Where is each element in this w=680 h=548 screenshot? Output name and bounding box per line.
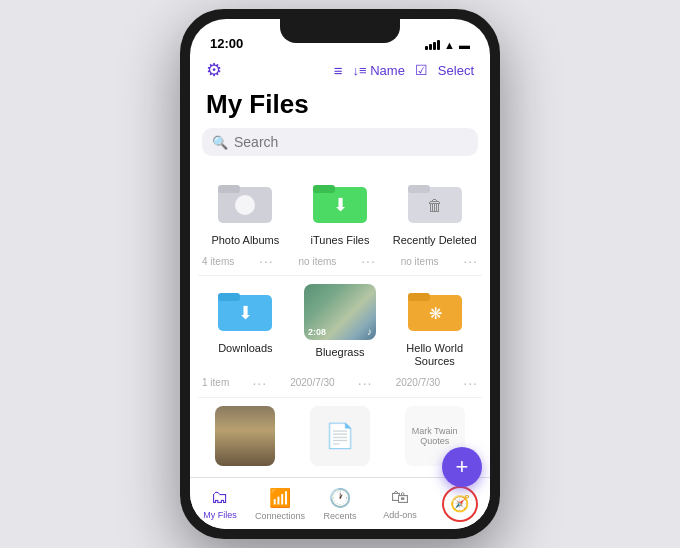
search-bar[interactable]: 🔍 bbox=[202, 128, 478, 156]
tab-my-files[interactable]: 🗂 My Files bbox=[190, 483, 250, 524]
svg-rect-5 bbox=[313, 185, 335, 193]
list-item[interactable]: 🗑 Recently Deleted bbox=[387, 168, 482, 253]
my-files-icon: 🗂 bbox=[211, 487, 229, 508]
settings-icon[interactable]: ⚙ bbox=[206, 59, 222, 81]
folder-icon-hello-world: ❋ bbox=[405, 284, 465, 336]
video-thumbnail: 2:08 ♪ bbox=[304, 284, 376, 340]
file-meta-row-1: 4 items ··· no items ··· no items ··· bbox=[198, 253, 482, 276]
file-meta-2: no items bbox=[401, 256, 439, 267]
file-name: Bluegrass bbox=[316, 346, 365, 359]
tab-addons[interactable]: 🛍 Add-ons bbox=[370, 483, 430, 524]
file-meta-4: 2020/7/30 bbox=[290, 377, 335, 388]
grid-row-3: 📄 Mark Twain Quotes bbox=[198, 398, 482, 476]
tab-compass[interactable]: 🧭 bbox=[430, 482, 490, 526]
wifi-icon: ▲ bbox=[444, 39, 455, 51]
status-time: 12:00 bbox=[210, 36, 243, 51]
video-duration: 2:08 bbox=[308, 327, 326, 337]
toolbar-right: ≡ ↓≡ Name ☑ Select bbox=[334, 62, 474, 79]
folder-icon-recently-deleted: 🗑 bbox=[405, 176, 465, 228]
select-checkbox-icon: ☑ bbox=[415, 62, 428, 78]
svg-rect-11 bbox=[218, 293, 240, 301]
tab-bar: 🗂 My Files 📶 Connections 🕐 Recents 🛍 Add… bbox=[190, 477, 490, 529]
file-meta-row-2: 1 item ··· 2020/7/30 ··· 2020/7/30 ··· bbox=[198, 375, 482, 398]
file-name: Hello World Sources bbox=[391, 342, 478, 368]
list-item[interactable]: ⬇ iTunes Files bbox=[293, 168, 388, 253]
file-name: iTunes Files bbox=[311, 234, 370, 247]
more-dots-2[interactable]: ··· bbox=[463, 253, 478, 269]
music-note-icon: ♪ bbox=[367, 326, 372, 337]
fab-add-button[interactable]: + bbox=[442, 447, 482, 487]
list-item[interactable]: 2:08 ♪ Bluegrass bbox=[293, 276, 388, 374]
list-item[interactable]: 📄 bbox=[293, 398, 388, 476]
list-icon[interactable]: ≡ bbox=[334, 62, 343, 79]
file-meta-3: 1 item bbox=[202, 377, 229, 388]
tab-label-recents: Recents bbox=[323, 511, 356, 521]
tab-label-addons: Add-ons bbox=[383, 510, 417, 520]
more-dots-3[interactable]: ··· bbox=[252, 375, 267, 391]
signal-icon bbox=[425, 40, 440, 50]
list-item[interactable]: 🌸 Photo Albums bbox=[198, 168, 293, 253]
file-meta-1: no items bbox=[299, 256, 337, 267]
compass-icon: 🧭 bbox=[450, 494, 470, 513]
more-dots-0[interactable]: ··· bbox=[259, 253, 274, 269]
notch bbox=[280, 19, 400, 43]
svg-text:🗑: 🗑 bbox=[427, 197, 443, 214]
svg-text:❋: ❋ bbox=[428, 305, 441, 322]
image-thumbnail bbox=[215, 406, 275, 466]
svg-text:⬇: ⬇ bbox=[333, 195, 348, 215]
file-name: Recently Deleted bbox=[393, 234, 477, 247]
tab-recents[interactable]: 🕐 Recents bbox=[310, 483, 370, 525]
grid-row-2: ⬇ Downloads 2:08 ♪ Bluegrass bbox=[198, 276, 482, 374]
doc-thumbnail: 📄 bbox=[310, 406, 370, 466]
tab-connections[interactable]: 📶 Connections bbox=[250, 483, 310, 525]
connections-icon: 📶 bbox=[269, 487, 291, 509]
search-icon: 🔍 bbox=[212, 135, 228, 150]
list-item[interactable]: ❋ Hello World Sources bbox=[387, 276, 482, 374]
tab-label-my-files: My Files bbox=[203, 510, 237, 520]
more-dots-5[interactable]: ··· bbox=[463, 375, 478, 391]
list-item[interactable] bbox=[198, 398, 293, 476]
sort-button[interactable]: ↓≡ Name bbox=[352, 63, 404, 78]
file-meta-0: 4 items bbox=[202, 256, 234, 267]
compass-selected-border: 🧭 bbox=[442, 486, 478, 522]
addons-icon: 🛍 bbox=[391, 487, 409, 508]
svg-rect-8 bbox=[408, 185, 430, 193]
toolbar: ⚙ ≡ ↓≡ Name ☑ Select bbox=[190, 55, 490, 87]
folder-icon-downloads: ⬇ bbox=[215, 284, 275, 336]
recents-icon: 🕐 bbox=[329, 487, 351, 509]
list-item[interactable]: ⬇ Downloads bbox=[198, 276, 293, 374]
folder-icon-itunes: ⬇ bbox=[310, 176, 370, 228]
page-title: My Files bbox=[190, 87, 490, 128]
file-name: Photo Albums bbox=[211, 234, 279, 247]
status-icons: ▲ ▬ bbox=[425, 39, 470, 51]
search-input[interactable] bbox=[234, 134, 468, 150]
more-dots-4[interactable]: ··· bbox=[358, 375, 373, 391]
more-dots-1[interactable]: ··· bbox=[361, 253, 376, 269]
svg-point-2 bbox=[235, 195, 255, 215]
grid-row-1: 🌸 Photo Albums ⬇ iTunes Files bbox=[198, 168, 482, 253]
select-button[interactable]: Select bbox=[438, 63, 474, 78]
file-grid: 🌸 Photo Albums ⬇ iTunes Files bbox=[190, 164, 490, 477]
folder-icon-photo-albums: 🌸 bbox=[215, 176, 275, 228]
phone-container: 12:00 ▲ ▬ ⚙ ≡ ↓≡ Name ☑ Select bbox=[180, 9, 500, 539]
phone-screen: 12:00 ▲ ▬ ⚙ ≡ ↓≡ Name ☑ Select bbox=[190, 19, 490, 529]
file-name: Downloads bbox=[218, 342, 272, 355]
battery-icon: ▬ bbox=[459, 39, 470, 51]
svg-rect-1 bbox=[218, 185, 240, 193]
text-preview: Mark Twain Quotes bbox=[405, 422, 465, 450]
svg-rect-14 bbox=[408, 293, 430, 301]
tab-label-connections: Connections bbox=[255, 511, 305, 521]
file-meta-5: 2020/7/30 bbox=[396, 377, 441, 388]
svg-text:⬇: ⬇ bbox=[238, 303, 253, 323]
